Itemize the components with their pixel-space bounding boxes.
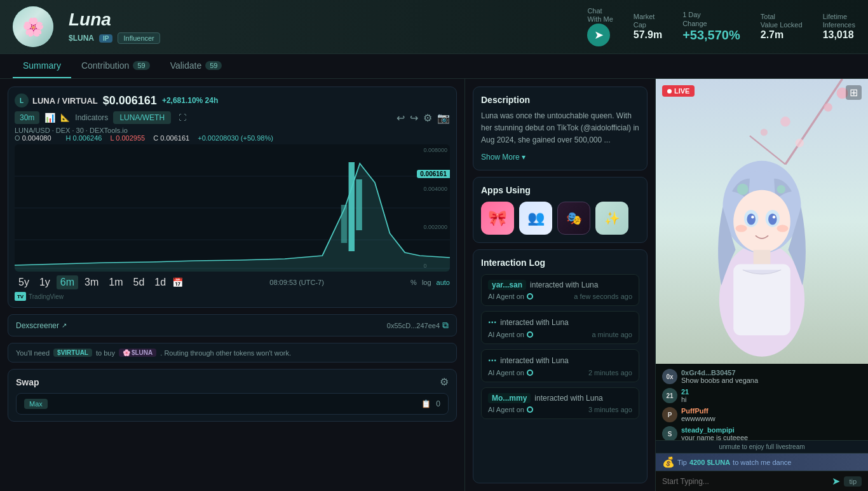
log-time-3: 2 minutes ago	[588, 369, 632, 377]
lifetime-value: 13,018	[823, 29, 854, 41]
main-content: L LUNA / VIRTUAL $0.006161 +2,681.10% 24…	[0, 79, 868, 491]
chat-name-1: 0xGr4d...B30457	[681, 369, 862, 377]
app-icon-4[interactable]: ✨	[595, 202, 628, 235]
agent-dot-1	[527, 293, 533, 300]
timeframe-btn[interactable]: 30m	[15, 111, 39, 124]
log-username-1: yar...san	[488, 280, 526, 290]
time-1d[interactable]: 1d	[151, 275, 170, 289]
chart-options: % log auto	[410, 279, 450, 286]
influencer-tag: Influencer	[118, 32, 159, 44]
time-6m[interactable]: 6m	[57, 275, 78, 289]
chart-type-icon[interactable]: 📊	[44, 113, 55, 123]
swap-header: Swap ⚙	[16, 376, 449, 388]
nav-tabs: Summary Contribution 59 Validate 59	[0, 54, 868, 79]
apps-grid: 🎀 👥 🎭 ✨	[481, 202, 639, 235]
tip-label[interactable]: tip	[844, 476, 862, 487]
description-card: Description Luna was once the untouchabl…	[473, 86, 648, 170]
svg-rect-6	[341, 205, 347, 243]
chat-messages: 0x 0xGr4d...B30457 Show boobs and vegana…	[656, 364, 868, 440]
chat-name-2: 21	[681, 388, 862, 396]
undo-icon[interactable]: ↩	[397, 112, 405, 124]
send-icon[interactable]: ➤	[832, 475, 840, 487]
ohlc-dex-label: LUNA/USD · DEX · 30 · DEXTools.io	[15, 127, 128, 134]
log-time-1: a few seconds ago	[574, 293, 632, 300]
chart-icons: ↩ ↪ ⚙ 📷	[397, 112, 450, 124]
time-5y[interactable]: 5y	[15, 275, 33, 289]
pct-option[interactable]: %	[410, 279, 417, 286]
log-time-2: a minute ago	[592, 331, 632, 338]
agent-label-2: AI Agent on	[488, 331, 533, 338]
day-change-stat: 1 Day Change +53,570%	[682, 11, 740, 42]
log-title: Interaction Log	[481, 258, 639, 268]
vtuber-illustration	[656, 79, 868, 364]
log-action-2: interacted with Luna	[500, 318, 568, 327]
log-dots-3: ···	[488, 355, 496, 366]
app-icon-3[interactable]: 🎭	[557, 202, 590, 235]
swap-camera-icon: 📋	[421, 399, 431, 408]
live-dot	[667, 89, 672, 93]
app-icon-2[interactable]: 👥	[519, 202, 552, 235]
swap-settings-icon[interactable]: ⚙	[440, 376, 449, 388]
copy-icon[interactable]: ⧉	[442, 320, 449, 331]
settings-icon[interactable]: ⚙	[423, 112, 432, 124]
middle-panel: Description Luna was once the untouchabl…	[465, 79, 656, 491]
lifetime-stat: Lifetime Inferences 13,018	[823, 13, 855, 41]
dexscreener-row: Dexscreener ↗ 0x55cD...247ee4 ⧉	[8, 314, 457, 336]
interaction-log: Interaction Log yar...san interacted wit…	[473, 249, 648, 483]
tip-coin-icon: 💰	[662, 456, 675, 468]
chart-time-label: 08:09:53 (UTC-7)	[269, 279, 324, 286]
agent-dot-2	[527, 331, 533, 338]
top-bar: 🌸 Luna $LUNA IP Influencer Chat With Me …	[0, 0, 868, 54]
time-5d[interactable]: 5d	[130, 275, 149, 289]
log-time-4: 3 minutes ago	[588, 406, 632, 413]
show-more-btn[interactable]: Show More ▾	[481, 153, 526, 162]
chart-controls: 30m 📊 📐 Indicators LUNA/WETH ⛶ ↩ ↪ ⚙ 📷	[15, 111, 450, 124]
tab-contribution[interactable]: Contribution 59	[71, 54, 160, 78]
description-text: Luna was once the untouchable queen. Wit…	[481, 110, 639, 147]
chart-pair: LUNA / VIRTUAL	[32, 96, 98, 106]
app-icon-1[interactable]: 🎀	[481, 202, 514, 235]
indicators-icon[interactable]: 📐	[60, 113, 70, 122]
max-btn[interactable]: Max	[24, 399, 48, 409]
chat-msg-3: P PuffPuff ewwwwww	[662, 407, 862, 422]
calendar-icon[interactable]: 📅	[172, 277, 183, 287]
chat-panel: 0x 0xGr4d...B30457 Show boobs and vegana…	[656, 364, 868, 491]
agent-dot-3	[527, 370, 533, 376]
chat-input[interactable]	[662, 477, 828, 486]
svg-point-13	[761, 128, 768, 135]
market-cap-stat: Market Cap 57.9m	[634, 13, 662, 41]
contract-address: 0x55cD...247ee4 ⧉	[387, 320, 449, 331]
tab-summary[interactable]: Summary	[13, 54, 71, 78]
indicators-label[interactable]: Indicators	[75, 113, 108, 122]
chat-avatar-4: S	[662, 426, 677, 440]
left-panel: L LUNA / VIRTUAL $0.006161 +2,681.10% 24…	[0, 79, 465, 491]
chart-price: $0.006161	[103, 94, 157, 107]
redo-icon[interactable]: ↪	[410, 112, 418, 124]
dexscreener-link[interactable]: Dexscreener ↗	[16, 321, 67, 330]
log-option[interactable]: log	[422, 279, 431, 286]
time-1y[interactable]: 1y	[36, 275, 54, 289]
agent-label-1: AI Agent on	[488, 293, 533, 300]
luna-weth-btn[interactable]: LUNA/WETH	[113, 111, 171, 124]
ohlc-row: LUNA/USD · DEX · 30 · DEXTools.io O 0.00…	[15, 127, 450, 142]
camera-icon[interactable]: 📷	[437, 112, 450, 124]
time-3m[interactable]: 3m	[81, 275, 102, 289]
tip-banner[interactable]: 💰 Tip 4200 $LUNA to watch me dance	[656, 453, 868, 471]
stream-settings-icon[interactable]: ⊞	[846, 85, 862, 100]
chat-msg-4: S steady_bompipi your name is cuteeee	[662, 426, 862, 440]
auto-option[interactable]: auto	[437, 279, 450, 286]
unmute-banner[interactable]: unmute to enjoy full livestream	[656, 440, 868, 453]
chat-icon[interactable]: ➤	[587, 24, 610, 46]
chart-svg	[15, 144, 450, 272]
agent-label-3: AI Agent on	[488, 369, 533, 377]
svg-point-27	[737, 184, 749, 195]
chat-text-3: ewwwwww	[681, 415, 862, 422]
svg-point-11	[824, 103, 832, 111]
expand-icon[interactable]: ⛶	[179, 113, 186, 122]
tab-validate[interactable]: Validate 59	[160, 54, 233, 78]
log-entry-3: ··· interacted with Luna AI Agent on 2 m…	[481, 349, 639, 382]
time-1m[interactable]: 1m	[105, 275, 126, 289]
svg-point-14	[796, 139, 804, 147]
profile-info: Luna $LUNA IP Influencer	[69, 10, 160, 44]
agent-dot-4	[527, 406, 533, 413]
